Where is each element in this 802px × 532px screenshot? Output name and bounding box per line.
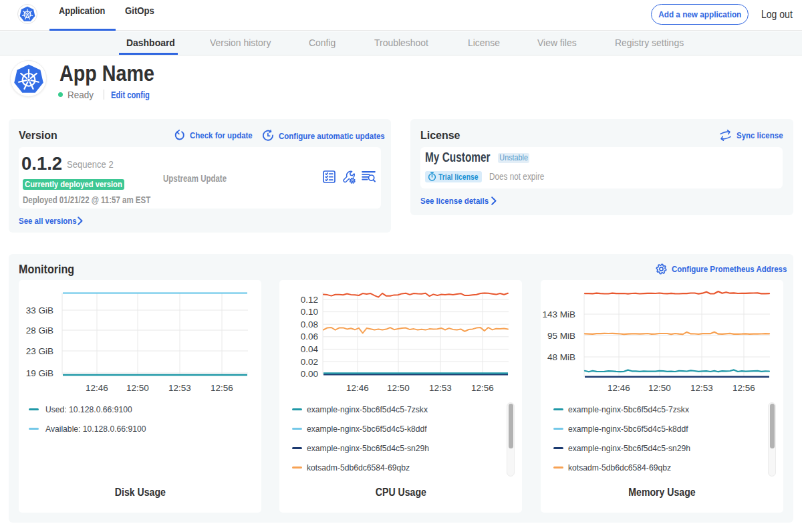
svg-text:48 MiB: 48 MiB [547, 352, 575, 362]
svg-text:12:53: 12:53 [429, 383, 452, 393]
svg-text:28 GiB: 28 GiB [26, 325, 53, 336]
svg-text:12:50: 12:50 [648, 383, 671, 393]
svg-text:0.12: 0.12 [301, 295, 318, 305]
svg-text:33 GiB: 33 GiB [26, 305, 53, 315]
svg-text:0.08: 0.08 [301, 319, 318, 329]
svg-text:0.04: 0.04 [301, 344, 319, 354]
svg-text:23 GiB: 23 GiB [26, 346, 53, 356]
svg-text:12:46: 12:46 [346, 383, 369, 393]
svg-text:0.06: 0.06 [301, 331, 318, 342]
svg-text:12:53: 12:53 [690, 383, 713, 393]
svg-text:12:56: 12:56 [732, 383, 755, 393]
svg-text:0.00: 0.00 [301, 369, 318, 379]
svg-text:12:53: 12:53 [168, 383, 191, 393]
svg-text:12:50: 12:50 [387, 383, 410, 393]
svg-text:12:46: 12:46 [86, 383, 108, 393]
svg-text:0.02: 0.02 [301, 357, 318, 367]
svg-text:19 GiB: 19 GiB [26, 368, 53, 378]
svg-text:0.10: 0.10 [301, 307, 318, 317]
svg-text:95 MiB: 95 MiB [547, 331, 575, 341]
svg-text:12:56: 12:56 [471, 383, 494, 393]
svg-text:143 MiB: 143 MiB [542, 309, 575, 319]
svg-text:12:50: 12:50 [126, 383, 149, 393]
svg-text:12:46: 12:46 [608, 383, 630, 393]
svg-text:12:56: 12:56 [211, 383, 233, 393]
